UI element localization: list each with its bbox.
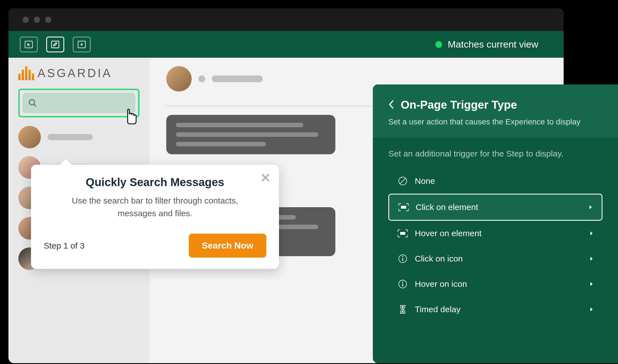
chevron-left-icon bbox=[388, 100, 394, 109]
trigger-option-label: Click on element bbox=[416, 202, 478, 212]
element-target-icon bbox=[397, 228, 408, 239]
panel-back-button[interactable] bbox=[388, 100, 394, 110]
brand-logo: ASGARDIA bbox=[18, 66, 139, 80]
tooltip-cta-button[interactable]: Search Now bbox=[189, 234, 266, 258]
status-dot-icon bbox=[435, 41, 442, 48]
svg-rect-10 bbox=[400, 232, 405, 235]
svg-line-4 bbox=[34, 104, 36, 106]
close-icon bbox=[260, 173, 271, 183]
tooltip-step-indicator: Step 1 of 3 bbox=[44, 241, 85, 251]
preview-mode-button[interactable] bbox=[73, 37, 91, 52]
trigger-option-label: Timed delay bbox=[415, 305, 460, 314]
view-match-status: Matches current view bbox=[435, 39, 552, 50]
svg-point-3 bbox=[29, 100, 35, 105]
panel-header: On-Page Trigger Type Set a user action t… bbox=[373, 84, 618, 138]
trigger-option-hover-icon[interactable]: Hover on icon bbox=[388, 271, 603, 297]
avatar bbox=[18, 126, 41, 148]
info-icon bbox=[397, 253, 408, 264]
panel-subtitle: Set a user action that causes the Experi… bbox=[388, 117, 603, 126]
status-circle-icon bbox=[198, 75, 205, 82]
edit-mode-button[interactable] bbox=[46, 37, 64, 52]
trigger-option-click-icon[interactable]: Click on icon bbox=[388, 246, 603, 271]
trigger-option-label: None bbox=[415, 176, 435, 186]
onboarding-tooltip: Quickly Search Messages Use the search b… bbox=[31, 165, 279, 269]
element-target-icon bbox=[398, 202, 409, 213]
trigger-option-timed-delay[interactable]: Timed delay bbox=[388, 297, 603, 322]
none-icon bbox=[397, 176, 408, 186]
cursor-box-icon bbox=[25, 41, 33, 48]
pencil-box-icon bbox=[51, 41, 59, 48]
tooltip-title: Quickly Search Messages bbox=[44, 176, 266, 189]
svg-point-12 bbox=[402, 256, 403, 257]
info-icon bbox=[397, 279, 408, 289]
trigger-option-label: Click on icon bbox=[415, 254, 463, 263]
panel-instruction: Set an additional trigger for the Step t… bbox=[388, 149, 603, 158]
brand-mark-icon bbox=[18, 66, 34, 80]
trigger-option-hover-element[interactable]: Hover on element bbox=[388, 221, 603, 246]
svg-point-15 bbox=[402, 282, 403, 283]
search-input[interactable] bbox=[23, 93, 135, 113]
contact-name-placeholder bbox=[48, 134, 93, 140]
trigger-option-label: Hover on element bbox=[415, 229, 482, 238]
search-icon bbox=[28, 99, 37, 108]
window-close-dot[interactable] bbox=[23, 17, 29, 23]
window-min-dot[interactable] bbox=[34, 17, 40, 23]
chevron-right-icon bbox=[590, 229, 593, 238]
tooltip-caret-icon bbox=[59, 159, 73, 166]
chevron-right-icon bbox=[590, 305, 593, 314]
avatar bbox=[166, 66, 192, 91]
trigger-option-none[interactable]: None bbox=[388, 168, 603, 194]
search-highlight-frame bbox=[18, 89, 139, 117]
panel-body: Set an additional trigger for the Step t… bbox=[373, 138, 618, 333]
contact-list-item[interactable] bbox=[18, 126, 139, 148]
editor-toolbar: Matches current view bbox=[8, 31, 564, 58]
hourglass-icon bbox=[397, 304, 408, 315]
chevron-right-icon bbox=[590, 254, 593, 263]
play-box-icon bbox=[77, 41, 86, 48]
tooltip-close-button[interactable] bbox=[260, 173, 271, 184]
svg-line-8 bbox=[400, 178, 406, 184]
trigger-option-label: Hover on icon bbox=[415, 279, 467, 289]
window-titlebar bbox=[8, 8, 564, 31]
chevron-right-icon bbox=[590, 279, 593, 289]
window-max-dot[interactable] bbox=[45, 17, 51, 23]
tooltip-description: Use the search bar to filter through con… bbox=[44, 194, 266, 220]
trigger-option-click-element[interactable]: Click on element bbox=[388, 194, 603, 221]
select-mode-button[interactable] bbox=[20, 37, 38, 52]
pointer-cursor-icon bbox=[123, 106, 139, 127]
svg-rect-9 bbox=[401, 206, 406, 209]
message-bubble-incoming bbox=[166, 115, 335, 154]
status-label: Matches current view bbox=[448, 39, 538, 50]
trigger-config-panel: On-Page Trigger Type Set a user action t… bbox=[373, 84, 618, 363]
chevron-right-icon bbox=[589, 202, 593, 212]
panel-title: On-Page Trigger Type bbox=[401, 99, 517, 111]
brand-name: ASGARDIA bbox=[37, 66, 112, 80]
svg-rect-1 bbox=[52, 41, 59, 48]
chat-name-placeholder bbox=[212, 75, 263, 82]
